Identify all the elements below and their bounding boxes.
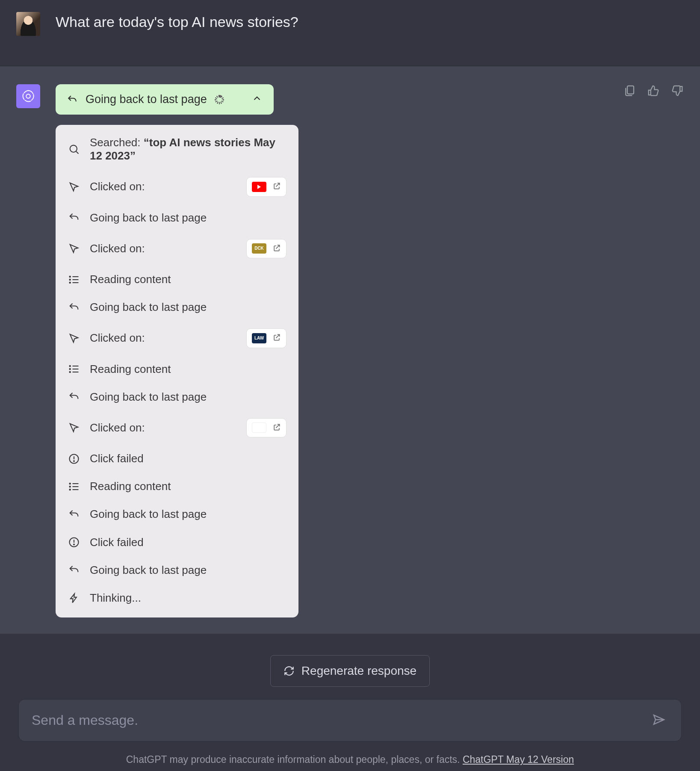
svg-point-12 xyxy=(70,366,71,366)
external-link-icon xyxy=(272,421,281,434)
back-icon xyxy=(68,564,80,576)
site-chip[interactable]: CRN xyxy=(246,418,286,437)
back-arrow-icon xyxy=(67,94,78,105)
site-chip[interactable]: LAW xyxy=(246,328,286,348)
svg-point-1 xyxy=(70,145,77,152)
footer-text: ChatGPT may produce inaccurate informati… xyxy=(126,754,463,765)
step-label: Going back to last page xyxy=(90,564,286,577)
step-label: Click failed xyxy=(90,536,286,549)
assistant-avatar xyxy=(16,84,40,108)
browsing-status-pill[interactable]: Going back to last page xyxy=(56,84,274,115)
cursor-icon xyxy=(68,332,80,345)
thumbs-down-icon[interactable] xyxy=(671,84,684,97)
version-link[interactable]: ChatGPT May 12 Version xyxy=(463,754,574,765)
user-message-row: What are today's top AI news stories? xyxy=(0,0,700,66)
copy-icon[interactable] xyxy=(623,84,636,97)
favicon-icon xyxy=(252,182,266,192)
list-icon xyxy=(68,273,80,286)
browsing-step: Going back to last page xyxy=(68,390,286,404)
svg-point-0 xyxy=(26,94,30,98)
svg-point-21 xyxy=(70,483,71,484)
status-label: Going back to last page xyxy=(86,94,207,105)
step-label: Going back to last page xyxy=(90,390,286,404)
svg-point-23 xyxy=(70,489,71,490)
external-link-icon xyxy=(272,331,281,345)
alert-icon xyxy=(68,452,80,465)
browsing-step: Thinking... xyxy=(68,591,286,605)
footer-note: ChatGPT may produce inaccurate informati… xyxy=(126,754,574,765)
list-icon xyxy=(68,480,80,493)
browsing-step: Searched: “top AI news stories May 12 20… xyxy=(68,136,286,162)
site-chip[interactable] xyxy=(246,177,286,196)
composer-area: Regenerate response ChatGPT may produce … xyxy=(0,634,700,771)
external-link-icon xyxy=(272,180,281,193)
cursor-icon xyxy=(68,421,80,434)
message-input[interactable] xyxy=(32,712,650,728)
cursor-icon xyxy=(68,180,80,193)
svg-point-17 xyxy=(74,461,74,461)
browsing-step: Going back to last page xyxy=(68,211,286,225)
svg-line-2 xyxy=(76,151,78,154)
send-icon xyxy=(652,713,666,727)
browsing-step: Click failed xyxy=(68,536,286,549)
cursor-icon xyxy=(68,242,80,255)
svg-point-8 xyxy=(70,282,71,283)
step-label: Clicked on: xyxy=(90,180,235,193)
step-label: Clicked on: xyxy=(90,331,235,345)
step-label: Click failed xyxy=(90,452,286,465)
browsing-step: Clicked on:LAW xyxy=(68,328,286,348)
site-chip[interactable]: DCK xyxy=(246,239,286,258)
step-label: Reading content xyxy=(90,273,286,286)
step-label: Thinking... xyxy=(90,591,286,605)
browsing-step: Click failed xyxy=(68,452,286,465)
svg-point-26 xyxy=(74,544,74,545)
regenerate-label: Regenerate response xyxy=(301,664,416,678)
collapse-caret-icon[interactable] xyxy=(251,93,263,106)
regenerate-button[interactable]: Regenerate response xyxy=(270,655,430,687)
svg-point-13 xyxy=(70,369,71,369)
refresh-icon xyxy=(284,665,295,676)
back-icon xyxy=(68,508,80,521)
favicon-icon: DCK xyxy=(252,243,266,254)
browsing-step: Clicked on:DCK xyxy=(68,239,286,258)
step-label: Clicked on: xyxy=(90,242,235,255)
step-label: Searched: “top AI news stories May 12 20… xyxy=(90,136,286,162)
step-label: Going back to last page xyxy=(90,301,286,314)
back-icon xyxy=(68,390,80,403)
browsing-step: Going back to last page xyxy=(68,508,286,521)
svg-point-22 xyxy=(70,486,71,487)
step-label: Going back to last page xyxy=(90,508,286,521)
alert-icon xyxy=(68,536,80,549)
search-icon xyxy=(68,143,80,156)
list-icon xyxy=(68,363,80,375)
bolt-icon xyxy=(68,592,80,605)
svg-point-14 xyxy=(70,372,71,372)
favicon-icon: LAW xyxy=(252,333,266,343)
external-link-icon xyxy=(272,242,281,255)
back-icon xyxy=(68,211,80,224)
feedback-icons xyxy=(623,84,684,97)
svg-point-7 xyxy=(70,279,71,280)
favicon-icon: CRN xyxy=(252,422,266,433)
message-composer[interactable] xyxy=(19,700,681,741)
step-label: Going back to last page xyxy=(90,211,286,225)
browsing-steps-panel: Searched: “top AI news stories May 12 20… xyxy=(56,125,298,617)
send-button[interactable] xyxy=(650,713,668,728)
browsing-step: Clicked on: xyxy=(68,177,286,196)
user-message-text: What are today's top AI news stories? xyxy=(56,12,298,30)
back-icon xyxy=(68,301,80,314)
loading-spinner-icon xyxy=(215,95,224,104)
step-label: Reading content xyxy=(90,363,286,376)
step-label: Reading content xyxy=(90,480,286,493)
svg-rect-27 xyxy=(627,86,634,94)
browsing-step: Reading content xyxy=(68,273,286,286)
step-label: Clicked on: xyxy=(90,421,235,434)
user-avatar xyxy=(16,12,40,36)
svg-point-6 xyxy=(70,276,71,277)
openai-logo-icon xyxy=(20,88,36,104)
browsing-step: Clicked on:CRN xyxy=(68,418,286,437)
browsing-step: Going back to last page xyxy=(68,564,286,577)
browsing-step: Reading content xyxy=(68,480,286,493)
thumbs-up-icon[interactable] xyxy=(647,84,660,97)
assistant-message-row: Going back to last page Searched: “top A… xyxy=(0,66,700,634)
